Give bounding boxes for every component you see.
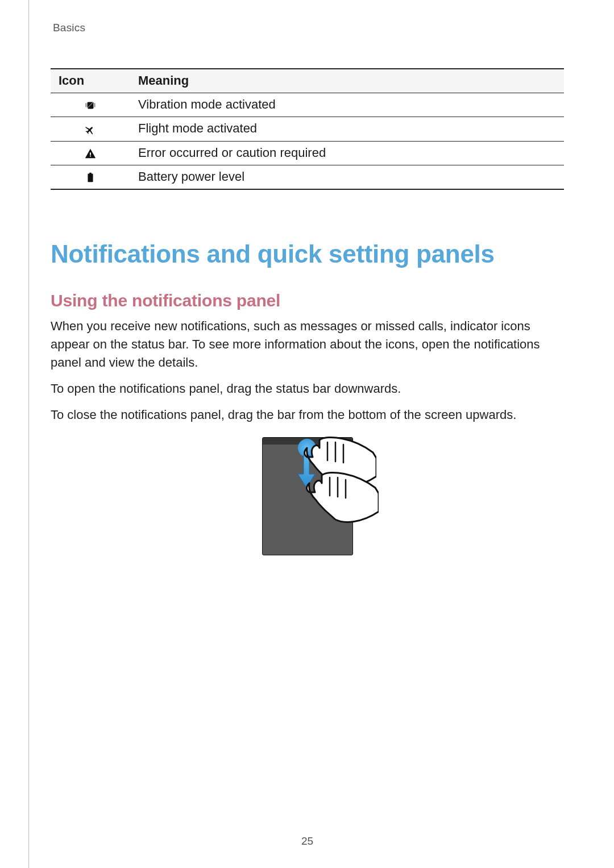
table-cell-meaning: Vibration mode activated xyxy=(130,93,564,117)
page-container: Basics Icon Meaning Vibration mode activ… xyxy=(28,0,586,868)
table-row: Vibration mode activated xyxy=(51,93,564,117)
table-cell-meaning: Battery power level xyxy=(130,165,564,189)
battery-icon xyxy=(51,165,130,189)
table-cell-meaning: Flight mode activated xyxy=(130,117,564,141)
body-paragraph: To open the notifications panel, drag th… xyxy=(51,380,564,398)
gesture-figure: 10:00 xyxy=(51,437,564,555)
section-title: Notifications and quick setting panels xyxy=(51,240,564,268)
body-paragraph: When you receive new notifications, such… xyxy=(51,317,564,372)
table-header-meaning: Meaning xyxy=(130,69,564,93)
vibration-icon xyxy=(51,93,130,117)
table-row: Battery power level xyxy=(51,165,564,189)
table-row: Error occurred or caution required xyxy=(51,141,564,165)
hand-pointer-icon xyxy=(305,471,379,530)
body-paragraph: To close the notifications panel, drag t… xyxy=(51,406,564,424)
table-row: Flight mode activated xyxy=(51,117,564,141)
warning-icon xyxy=(51,141,130,165)
device-screen: 10:00 xyxy=(262,437,353,555)
icon-meaning-table: Icon Meaning Vibration mode activated Fl… xyxy=(51,68,564,190)
subsection-title: Using the notifications panel xyxy=(51,291,564,310)
table-header-icon: Icon xyxy=(51,69,130,93)
page-number: 25 xyxy=(29,835,586,848)
table-header-row: Icon Meaning xyxy=(51,69,564,93)
running-head: Basics xyxy=(51,0,564,34)
airplane-icon xyxy=(51,117,130,141)
table-cell-meaning: Error occurred or caution required xyxy=(130,141,564,165)
